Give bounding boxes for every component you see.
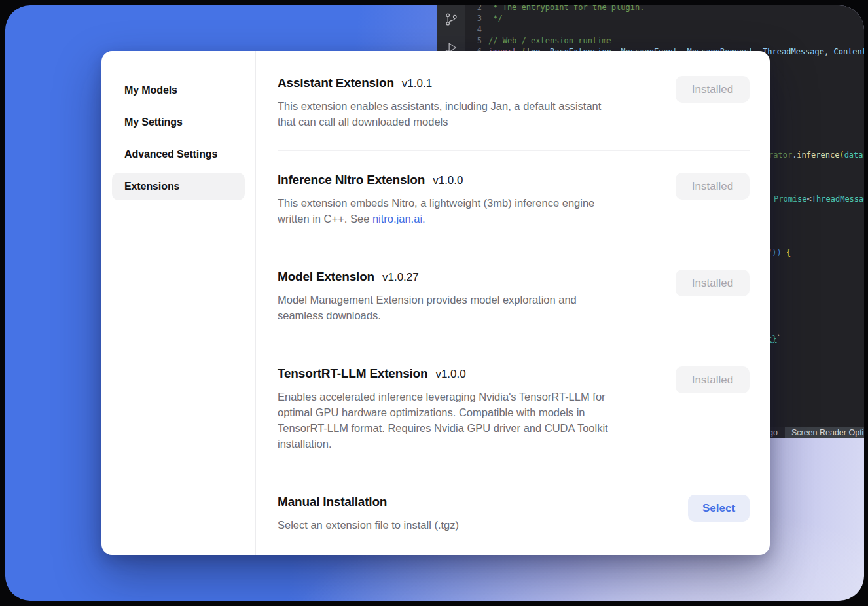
code-line: 4 [465, 24, 864, 35]
description-text: optimal GPU hardware optimizations. Comp… [278, 406, 585, 418]
sidebar-item-my-models[interactable]: My Models [112, 77, 245, 104]
extension-info: Model Extensionv1.0.27Model Management E… [278, 270, 577, 323]
extension-info: Inference Nitro Extensionv1.0.0This exte… [278, 173, 594, 226]
installed-button: Installed [676, 270, 750, 296]
line-number: 4 [465, 24, 488, 35]
code-line: 3 */ [465, 13, 864, 24]
description-line: installation. [278, 436, 608, 452]
nitro-jan-ai-link[interactable]: nitro.jan.ai. [372, 213, 425, 224]
code-fragment: rator.inference(data)); [769, 150, 864, 161]
code-token: ContentType [833, 46, 864, 58]
code-line: 5// Web / extension runtime [465, 35, 864, 46]
installed-button: Installed [676, 366, 750, 393]
sidebar-item-my-settings[interactable]: My Settings [112, 109, 245, 136]
extension-description: This extension enables assistants, inclu… [278, 98, 601, 130]
settings-sidebar: My ModelsMy SettingsAdvanced SettingsExt… [101, 51, 256, 555]
code-fragment: Promise<ThreadMessage> [774, 194, 864, 205]
extension-info: Assistant Extensionv1.0.1This extension … [278, 76, 601, 130]
code-token: < [807, 194, 812, 204]
extension-info: Manual InstallationSelect an extension f… [278, 495, 459, 533]
description-text: seamless downloads. [278, 310, 381, 321]
select-button[interactable]: Select [688, 495, 750, 522]
description-text: This extension enables assistants, inclu… [278, 100, 601, 112]
description-text: written in C++. See [278, 213, 372, 224]
extension-description: Select an extension file to install (.tg… [278, 517, 459, 533]
source-control-icon[interactable] [444, 12, 459, 27]
description-line: This extension embeds Nitro, a lightweig… [278, 195, 594, 211]
extension-title: Inference Nitro Extension [278, 173, 425, 187]
code-token: )) [772, 248, 786, 257]
extension-title-row: Manual Installation [278, 495, 459, 509]
description-line: TensorRT-LLM format. Requires Nvidia GPU… [278, 420, 608, 436]
extension-description: Model Management Extension provides mode… [278, 292, 577, 323]
code-token: Promise [774, 194, 807, 204]
extension-description: This extension embeds Nitro, a lightweig… [278, 195, 594, 226]
extension-item-inference-nitro-extension: Inference Nitro Extensionv1.0.0This exte… [278, 151, 750, 247]
code-token: ` [776, 334, 781, 344]
installed-button: Installed [676, 173, 750, 200]
description-line: optimal GPU hardware optimizations. Comp… [278, 404, 608, 420]
extension-item-assistant-extension: Assistant Extensionv1.0.1This extension … [278, 76, 750, 151]
description-text: installation. [278, 438, 332, 450]
description-text: that can call all downloaded models [278, 116, 448, 128]
extension-item-manual-installation: Manual InstallationSelect an extension f… [278, 472, 750, 553]
line-number: 2 [465, 5, 488, 13]
settings-modal: My ModelsMy SettingsAdvanced SettingsExt… [101, 51, 770, 555]
description-text: Model Management Extension provides mode… [278, 294, 577, 306]
extension-title: TensortRT-LLM Extension [278, 366, 427, 381]
extension-item-tensortrt-llm-extension: TensortRT-LLM Extensionv1.0.0Enables acc… [278, 344, 750, 472]
extension-title-row: Model Extensionv1.0.27 [278, 270, 577, 284]
extension-item-model-extension: Model Extensionv1.0.27Model Management E… [278, 247, 750, 344]
code-token: ThreadMessage [812, 194, 864, 204]
extension-title: Model Extension [278, 270, 374, 284]
code-token: // Web / extension runtime [488, 35, 611, 46]
code-line: 2 * The entrypoint for the plugin. [465, 5, 864, 13]
description-line: seamless downloads. [278, 308, 577, 323]
description-text: TensorRT-LLM format. Requires Nvidia GPU… [278, 422, 608, 434]
sidebar-item-extensions[interactable]: Extensions [112, 173, 245, 200]
extension-info: TensortRT-LLM Extensionv1.0.0Enables acc… [278, 366, 608, 452]
description-line: written in C++. See nitro.jan.ai. [278, 211, 594, 226]
extension-version: v1.0.0 [435, 368, 465, 381]
code-token: data [844, 151, 863, 160]
description-text: Enables accelerated inference leveraging… [278, 391, 606, 402]
extension-version: v1.0.1 [402, 77, 432, 90]
description-line: Select an extension file to install (.tg… [278, 517, 459, 533]
code-token: { [786, 248, 791, 257]
code-token: * The entrypoint for the plugin. [488, 5, 644, 13]
extension-title-row: Assistant Extensionv1.0.1 [278, 76, 601, 90]
description-line: Model Management Extension provides mode… [278, 292, 577, 308]
description-line: that can call all downloaded models [278, 114, 601, 130]
code-token: ( [839, 151, 844, 160]
description-text: This extension embeds Nitro, a lightweig… [278, 197, 594, 209]
extension-description: Enables accelerated inference leveraging… [278, 389, 608, 452]
description-line: Enables accelerated inference leveraging… [278, 389, 608, 404]
description-line: This extension enables assistants, inclu… [278, 98, 601, 114]
code-lines: 2 * The entrypoint for the plugin.3 */45… [465, 5, 864, 58]
code-token: , [824, 46, 833, 58]
extension-title: Assistant Extension [278, 76, 394, 90]
installed-button: Installed [676, 76, 750, 103]
status-left-text: go [769, 428, 778, 437]
code-token: rator [769, 151, 792, 160]
sidebar-item-advanced-settings[interactable]: Advanced Settings [112, 141, 245, 168]
extension-title: Manual Installation [278, 495, 387, 509]
extension-version: v1.0.27 [382, 271, 419, 284]
screen-reader-badge[interactable]: Screen Reader Optimized [785, 427, 864, 438]
hero-canvas: 2 * The entrypoint for the plugin.3 */45… [5, 5, 864, 601]
extension-version: v1.0.0 [433, 174, 463, 187]
line-number: 3 [465, 13, 488, 24]
code-token: )) [863, 151, 864, 160]
code-token: ThreadMessage [763, 46, 824, 58]
line-number: 5 [465, 35, 488, 46]
description-text: Select an extension file to install (.tg… [278, 519, 459, 531]
code-token: */ [488, 13, 503, 24]
code-token: inference [797, 151, 839, 160]
code-fragment: ")) { [767, 247, 791, 258]
extension-title-row: Inference Nitro Extensionv1.0.0 [278, 173, 594, 187]
extension-title-row: TensortRT-LLM Extensionv1.0.0 [278, 366, 608, 381]
extensions-panel: Assistant Extensionv1.0.1This extension … [256, 51, 770, 555]
